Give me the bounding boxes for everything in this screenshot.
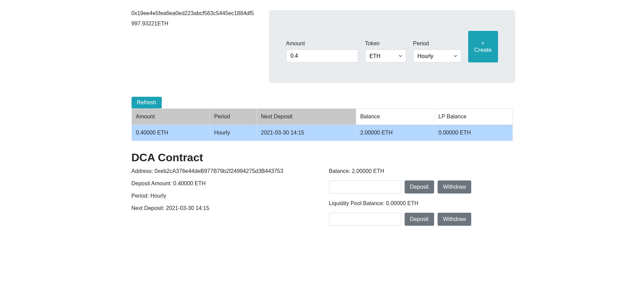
- period-label: Period: [413, 40, 461, 47]
- cell-amount: 0.40000 ETH: [132, 125, 210, 141]
- col-amount: Amount: [132, 109, 210, 125]
- refresh-button[interactable]: Refresh: [132, 97, 162, 108]
- contract-next-deposit: Next Deposit: 2021-03-30 14:15: [132, 205, 315, 211]
- col-lp-balance: LP Balance: [434, 109, 512, 125]
- contract-deposit-amount: Deposit Amount: 0.40000 ETH: [132, 180, 315, 187]
- cell-balance: 2.00000 ETH: [356, 125, 434, 141]
- wallet-info: 0x19ee4e5fea6ea0ed223abcf563c5445ec1884d…: [132, 10, 259, 83]
- balance-deposit-button[interactable]: Deposit: [405, 180, 434, 194]
- contract-address: Address: 0xeb2cA376e44deB977B79b2f249942…: [132, 168, 315, 174]
- col-balance: Balance: [356, 109, 434, 125]
- balance-amount-input[interactable]: [329, 180, 401, 194]
- wallet-balance: 997.93221ETH: [132, 21, 259, 27]
- col-next-deposit: Next Deposit: [257, 109, 356, 125]
- amount-label: Amount: [286, 40, 358, 47]
- lp-withdraw-button[interactable]: Withdraw: [438, 213, 472, 226]
- create-panel: Amount Token ETH Period Hourly + Create: [269, 10, 515, 83]
- token-label: Token: [365, 40, 406, 47]
- cell-next-deposit: 2021-03-30 14:15: [257, 125, 356, 141]
- col-period: Period: [210, 109, 257, 125]
- table-row[interactable]: 0.40000 ETH Hourly 2021-03-30 14:15 2.00…: [132, 125, 512, 141]
- contract-balance: Balance: 2.00000 ETH: [329, 168, 513, 174]
- lp-amount-input[interactable]: [329, 213, 401, 226]
- cell-period: Hourly: [210, 125, 257, 141]
- wallet-address: 0x19ee4e5fea6ea0ed223abcf563c5445ec1884d…: [132, 10, 259, 16]
- token-select[interactable]: ETH: [365, 49, 406, 62]
- period-select[interactable]: Hourly: [413, 49, 461, 62]
- amount-input[interactable]: [286, 49, 358, 62]
- cell-lp-balance: 0.00000 ETH: [434, 125, 512, 141]
- contract-period: Period: Hourly: [132, 193, 315, 199]
- balance-withdraw-button[interactable]: Withdraw: [438, 180, 472, 194]
- contract-title: DCA Contract: [132, 151, 513, 164]
- create-button[interactable]: + Create: [468, 31, 498, 62]
- dca-table: Amount Period Next Deposit Balance LP Ba…: [132, 108, 513, 141]
- lp-deposit-button[interactable]: Deposit: [405, 213, 434, 226]
- contract-section: DCA Contract Address: 0xeb2cA376e44deB97…: [132, 151, 513, 233]
- contract-lp-balance: Liquidity Pool Balance: 0.00000 ETH: [329, 200, 513, 207]
